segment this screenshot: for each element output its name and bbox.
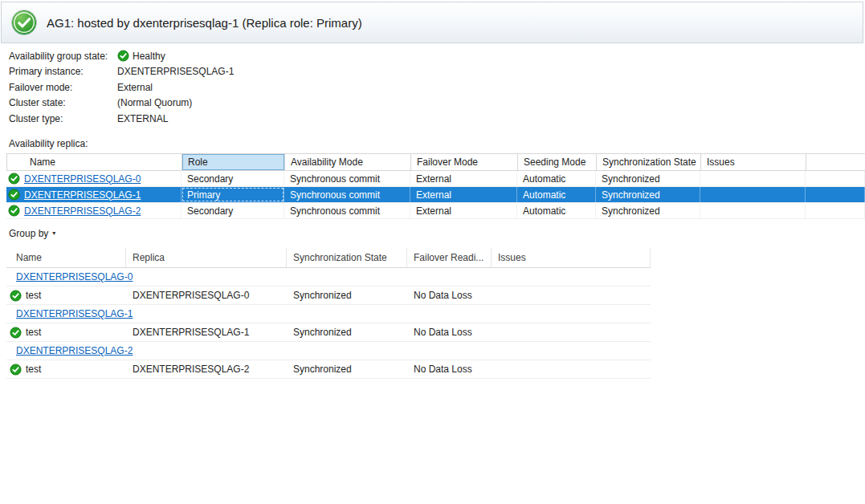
column-header-db-failover-readiness[interactable]: Failover Readi... (407, 248, 492, 267)
database-replica: DXENTERPRISESQLAG-2 (126, 360, 287, 378)
replica-failover-mode: External (410, 187, 517, 202)
database-name: test (26, 364, 41, 375)
summary-value: External (117, 82, 153, 93)
replica-table: Name Role Availability Mode Failover Mod… (6, 153, 865, 219)
replica-role: Primary (182, 187, 284, 202)
column-header-availability-mode[interactable]: Availability Mode (285, 154, 411, 170)
summary-row-failover-mode: Failover mode: External (9, 79, 234, 96)
database-name: test (26, 290, 41, 301)
summary-label: Failover mode: (9, 82, 117, 93)
database-name: test (26, 327, 41, 338)
replica-name-cell: DXENTERPRISESQLAG-1 (6, 187, 182, 202)
database-healthy-icon (10, 327, 22, 339)
replica-filler-cell (806, 187, 865, 202)
column-header-name[interactable]: Name (7, 154, 182, 170)
replica-seeding-mode: Automatic (517, 203, 596, 218)
database-failover-readiness: No Data Loss (407, 360, 492, 378)
database-healthy-icon (10, 290, 22, 302)
database-row[interactable]: test DXENTERPRISESQLAG-2 Synchronized No… (6, 360, 651, 379)
summary-label: Primary instance: (9, 66, 117, 77)
summary-value: (Normal Quorum) (117, 97, 192, 108)
database-failover-readiness: No Data Loss (407, 323, 492, 341)
replica-synchronization-state: Synchronized (596, 187, 700, 202)
availability-replica-label: Availability replica: (9, 138, 88, 149)
group-by-label: Group by (9, 228, 48, 239)
replica-failover-mode: External (410, 203, 517, 218)
replica-issues (700, 203, 806, 218)
replica-synchronization-state: Synchronized (596, 171, 700, 186)
ag-header-banner: AG1: hosted by dxenterprisesqlag-1 (Repl… (1, 2, 863, 43)
database-replica: DXENTERPRISESQLAG-1 (126, 323, 287, 341)
replica-role: Secondary (182, 171, 284, 186)
summary-row-primary-instance: Primary instance: DXENTERPRISESQLAG-1 (9, 64, 234, 80)
database-group-link[interactable]: DXENTERPRISESQLAG-2 (16, 345, 133, 356)
column-header-db-name[interactable]: Name (6, 248, 126, 267)
replica-failover-mode: External (410, 171, 517, 186)
database-synchronization-state: Synchronized (287, 323, 407, 341)
column-header-synchronization-state[interactable]: Synchronization State (597, 154, 701, 170)
chevron-down-icon: ▾ (52, 230, 55, 237)
summary-row-cluster-type: Cluster type: EXTERNAL (9, 111, 234, 127)
database-group-header[interactable]: DXENTERPRISESQLAG-1 (6, 305, 651, 323)
ag-healthy-icon (10, 9, 38, 36)
summary-value: DXENTERPRISESQLAG-1 (117, 66, 234, 77)
database-name-cell: test (6, 323, 126, 341)
database-group-header[interactable]: DXENTERPRISESQLAG-0 (6, 268, 651, 287)
replica-name-cell: DXENTERPRISESQLAG-2 (6, 203, 182, 218)
database-row[interactable]: test DXENTERPRISESQLAG-0 Synchronized No… (6, 287, 651, 305)
summary-panel: Availability group state: Healthy Primar… (9, 48, 234, 127)
replica-row[interactable]: DXENTERPRISESQLAG-2 Secondary Synchronou… (6, 203, 865, 219)
database-issues (492, 360, 651, 378)
database-row[interactable]: test DXENTERPRISESQLAG-1 Synchronized No… (6, 323, 651, 342)
replica-seeding-mode: Automatic (517, 171, 596, 186)
column-header-failover-mode[interactable]: Failover Mode (411, 154, 518, 170)
column-header-filler (806, 154, 865, 170)
database-synchronization-state: Synchronized (287, 287, 407, 304)
healthy-state-icon (117, 50, 129, 62)
database-replica: DXENTERPRISESQLAG-0 (126, 287, 287, 304)
replica-row[interactable]: DXENTERPRISESQLAG-0 Secondary Synchronou… (6, 171, 865, 187)
replica-availability-mode: Synchronous commit (284, 203, 410, 218)
replica-availability-mode: Synchronous commit (284, 187, 410, 202)
replica-seeding-mode: Automatic (517, 187, 596, 202)
summary-value: Healthy (133, 51, 165, 62)
replica-filler-cell (806, 203, 865, 218)
column-header-issues[interactable]: Issues (701, 154, 806, 170)
summary-label: Cluster state: (9, 97, 117, 108)
column-header-db-replica[interactable]: Replica (126, 248, 287, 267)
summary-value: EXTERNAL (117, 113, 168, 124)
summary-row-group-state: Availability group state: Healthy (9, 48, 234, 64)
replica-name-cell: DXENTERPRISESQLAG-0 (6, 171, 182, 186)
database-healthy-icon (10, 364, 22, 376)
replica-row-selected[interactable]: DXENTERPRISESQLAG-1 Primary Synchronous … (6, 187, 865, 203)
database-group-link[interactable]: DXENTERPRISESQLAG-1 (16, 308, 133, 319)
column-header-role[interactable]: Role (182, 154, 285, 170)
summary-label: Cluster type: (9, 113, 117, 124)
database-issues (492, 287, 651, 304)
database-group-header[interactable]: DXENTERPRISESQLAG-2 (6, 342, 651, 360)
replica-issues (700, 187, 806, 202)
database-issues (492, 323, 651, 341)
replica-synchronization-state: Synchronized (596, 203, 700, 218)
replica-healthy-icon (8, 205, 20, 217)
database-name-cell: test (6, 287, 126, 304)
column-header-db-issues[interactable]: Issues (492, 248, 651, 267)
summary-label: Availability group state: (9, 51, 117, 62)
replica-filler-cell (806, 171, 865, 186)
database-table-header: Name Replica Synchronization State Failo… (6, 248, 651, 268)
database-group-link[interactable]: DXENTERPRISESQLAG-0 (16, 271, 133, 282)
database-synchronization-state: Synchronized (287, 360, 407, 378)
replica-healthy-icon (8, 173, 20, 185)
ag-title: AG1: hosted by dxenterprisesqlag-1 (Repl… (47, 16, 362, 30)
summary-row-cluster-state: Cluster state: (Normal Quorum) (9, 96, 234, 112)
replica-healthy-icon (8, 189, 20, 201)
column-header-seeding-mode[interactable]: Seeding Mode (518, 154, 597, 170)
column-header-db-synchronization-state[interactable]: Synchronization State (287, 248, 407, 267)
replica-name-link[interactable]: DXENTERPRISESQLAG-0 (24, 173, 141, 185)
database-name-cell: test (6, 360, 126, 378)
group-by-button[interactable]: Group by ▾ (9, 228, 55, 239)
replica-issues (700, 171, 806, 186)
replica-name-link[interactable]: DXENTERPRISESQLAG-1 (24, 189, 141, 201)
replica-role: Secondary (182, 203, 284, 218)
replica-name-link[interactable]: DXENTERPRISESQLAG-2 (24, 205, 141, 217)
